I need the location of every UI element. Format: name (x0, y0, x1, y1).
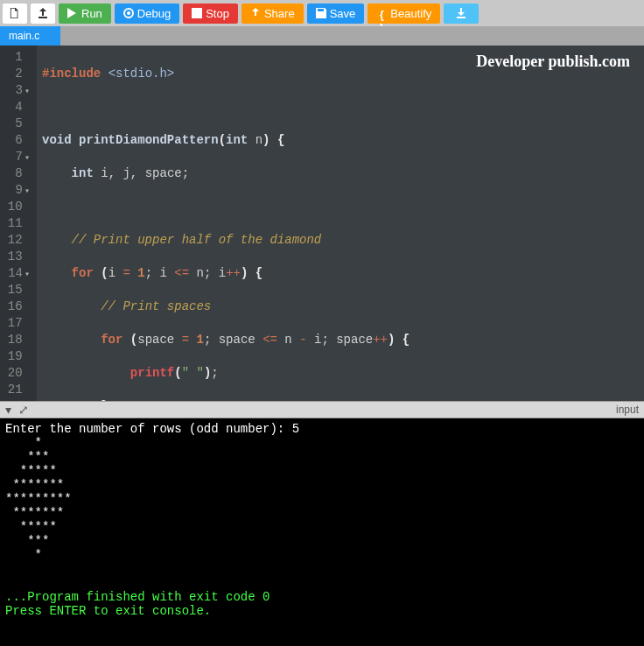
run-button[interactable]: Run (59, 4, 111, 24)
save-icon (316, 8, 326, 18)
console-output[interactable]: Enter the number of rows (odd number): 5… (0, 418, 644, 646)
tab-label: main.c (9, 30, 39, 42)
collapse-icon[interactable]: ▾ (5, 403, 11, 417)
expand-icon[interactable]: ⤢ (18, 403, 29, 417)
save-label: Save (330, 7, 356, 20)
line-gutter: 1 2 3▾ 4 5 6 7▾ 8 9▾ 10 11 12 13 14▾ 15 … (0, 46, 37, 401)
stop-label: Stop (206, 7, 229, 20)
play-icon (67, 8, 78, 18)
console-line: * (5, 548, 42, 562)
share-label: Share (264, 7, 295, 20)
toolbar: Run Debug Stop Share Save { } Beautify (0, 0, 644, 26)
beautify-button[interactable]: { } Beautify (368, 4, 440, 24)
tab-main-c[interactable]: main.c (0, 26, 60, 46)
tab-bar: main.c (0, 26, 644, 46)
console-exit: ...Program finished with exit code 0 (5, 590, 270, 604)
console-enter: Press ENTER to exit console. (5, 604, 211, 618)
stop-button[interactable]: Stop (183, 4, 238, 24)
upload-icon (38, 8, 48, 18)
console-line: ***** (5, 520, 57, 534)
svg-point-1 (127, 11, 130, 15)
save-button[interactable]: Save (307, 4, 365, 24)
file-icon (10, 8, 20, 18)
debug-icon (123, 8, 134, 18)
upload-button[interactable] (31, 4, 55, 24)
new-file-button[interactable] (3, 4, 27, 24)
stop-icon (192, 8, 202, 18)
share-icon (250, 8, 261, 18)
console-line: *** (5, 534, 49, 548)
console-line: * (5, 436, 42, 450)
download-button[interactable] (444, 4, 479, 24)
beautify-label: Beautify (390, 7, 431, 20)
console-line: *** (5, 450, 49, 464)
input-label: input (616, 404, 639, 416)
debug-button[interactable]: Debug (115, 4, 179, 24)
code-area[interactable]: #include <stdio.h> void printDiamondPatt… (37, 46, 644, 401)
code-editor[interactable]: 1 2 3▾ 4 5 6 7▾ 8 9▾ 10 11 12 13 14▾ 15 … (0, 46, 644, 401)
splitter-bar[interactable]: ▾ ⤢ input (0, 401, 644, 418)
svg-rect-2 (192, 8, 202, 18)
console-line: ******* (5, 478, 64, 492)
debug-label: Debug (137, 7, 171, 20)
console-line: ***** (5, 464, 57, 478)
share-button[interactable]: Share (242, 4, 304, 24)
watermark: Developer publish.com (476, 53, 630, 71)
console-line: ********* (5, 492, 72, 506)
console-line: ******* (5, 506, 64, 520)
console-prompt: Enter the number of rows (odd number): 5 (5, 422, 299, 436)
braces-icon: { } (376, 8, 387, 18)
run-label: Run (81, 7, 102, 20)
download-icon (456, 8, 466, 18)
